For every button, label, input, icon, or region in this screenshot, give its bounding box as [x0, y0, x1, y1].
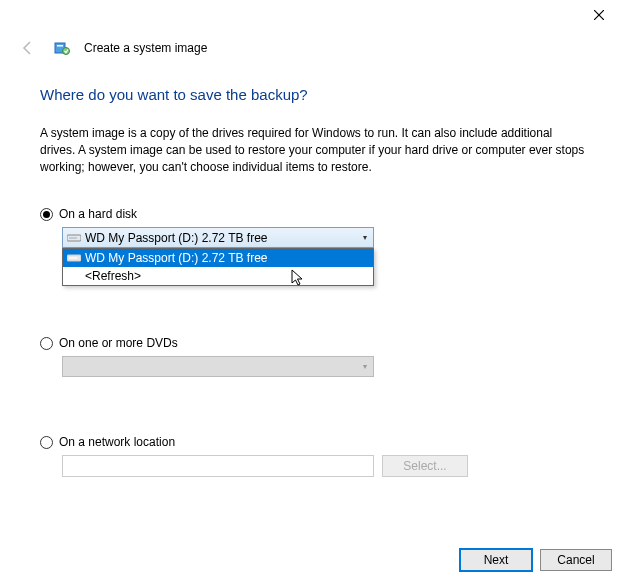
footer-buttons: Next Cancel	[460, 549, 612, 571]
dropdown-item[interactable]: WD My Passport (D:) 2.72 TB free	[63, 249, 373, 267]
next-button[interactable]: Next	[460, 549, 532, 571]
network-path-input[interactable]	[62, 455, 374, 477]
dropdown-refresh-label: <Refresh>	[85, 269, 141, 283]
titlebar	[0, 0, 626, 30]
system-image-icon	[54, 40, 70, 56]
option-dvds: On one or more DVDs ▾	[40, 336, 586, 377]
wizard-header: Create a system image	[0, 30, 626, 60]
dropdown-list: WD My Passport (D:) 2.72 TB free <Refres…	[62, 248, 374, 286]
svg-point-4	[63, 48, 70, 55]
close-button[interactable]	[584, 2, 614, 28]
chevron-down-icon: ▾	[356, 357, 373, 376]
select-button-label: Select...	[403, 459, 446, 473]
page-description: A system image is a copy of the drives r…	[40, 125, 586, 175]
dropdown-selected-text: WD My Passport (D:) 2.72 TB free	[85, 231, 268, 245]
dropdown-selected[interactable]: WD My Passport (D:) 2.72 TB free ▾	[62, 227, 374, 248]
select-button: Select...	[382, 455, 468, 477]
disk-icon	[67, 253, 81, 263]
back-arrow-icon	[16, 36, 40, 60]
svg-rect-6	[69, 237, 77, 239]
next-button-label: Next	[484, 553, 509, 567]
radio-network-label: On a network location	[59, 435, 175, 449]
cancel-button-label: Cancel	[557, 553, 594, 567]
dropdown-item-refresh[interactable]: <Refresh>	[63, 267, 373, 285]
cancel-button[interactable]: Cancel	[540, 549, 612, 571]
dvds-dropdown-disabled: ▾	[62, 356, 374, 377]
radio-hard-disk[interactable]	[40, 208, 53, 221]
disk-icon	[67, 233, 81, 243]
radio-hard-disk-label: On a hard disk	[59, 207, 137, 221]
option-network: On a network location Select...	[40, 435, 586, 477]
option-hard-disk: On a hard disk WD My Passport (D:) 2.72 …	[40, 207, 586, 248]
hard-disk-dropdown[interactable]: WD My Passport (D:) 2.72 TB free ▾ WD My…	[62, 227, 374, 248]
radio-hard-disk-row[interactable]: On a hard disk	[40, 207, 586, 221]
page-heading: Where do you want to save the backup?	[40, 86, 586, 103]
content-area: Where do you want to save the backup? A …	[0, 60, 626, 477]
radio-network[interactable]	[40, 436, 53, 449]
radio-network-row[interactable]: On a network location	[40, 435, 586, 449]
dropdown-item-label: WD My Passport (D:) 2.72 TB free	[85, 251, 268, 265]
chevron-down-icon[interactable]: ▾	[356, 228, 373, 247]
radio-dvds-label: On one or more DVDs	[59, 336, 178, 350]
svg-rect-3	[57, 45, 63, 47]
radio-dvds[interactable]	[40, 337, 53, 350]
wizard-title: Create a system image	[84, 41, 207, 55]
radio-dvds-row[interactable]: On one or more DVDs	[40, 336, 586, 350]
svg-rect-8	[69, 257, 77, 259]
